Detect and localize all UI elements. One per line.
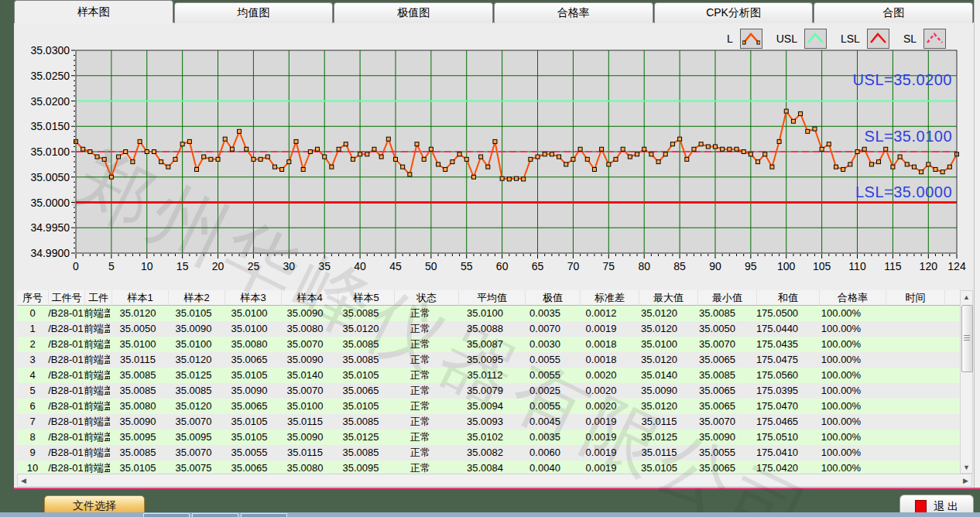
cell [932, 383, 960, 399]
exit-icon [915, 500, 927, 514]
cell: 35.0080 [277, 461, 333, 473]
tab-range-chart[interactable]: 极值图 [334, 2, 493, 23]
cell: 0.0040 [518, 461, 572, 473]
table-row[interactable]: 8/B28-01前端盖35.009535.009535.010535.00903… [17, 430, 960, 445]
column-header: 合格率 [820, 290, 886, 306]
taskbar-button[interactable] [143, 513, 190, 517]
cell [932, 321, 960, 337]
column-header: 工件号 [49, 290, 85, 306]
scroll-up-icon[interactable]: ▲ [961, 291, 972, 303]
cell: 前端盖 [84, 321, 110, 337]
svg-text:80: 80 [638, 260, 650, 272]
cell: 175.0395 [746, 383, 808, 399]
cell: 175.0475 [746, 352, 808, 368]
cell: 35.0065 [221, 352, 277, 368]
scroll-right-icon[interactable]: ▶ [960, 474, 971, 486]
data-table: 序号工件号工件样本1样本2样本3样本4样本5状态平均值极值标准差最大值最小值和值… [17, 290, 960, 473]
svg-text:95: 95 [745, 260, 757, 272]
tab-pass-rate[interactable]: 合格率 [494, 2, 653, 23]
cell: 35.0070 [688, 414, 746, 430]
tab-mean-chart[interactable]: 均值图 [174, 2, 334, 23]
svg-text:60: 60 [496, 260, 509, 272]
cell: 100.00% [808, 368, 874, 383]
cell: 35.0070 [688, 337, 746, 352]
cell: 35.0087 [452, 337, 518, 352]
table-row[interactable]: 7/B28-01前端盖35.009035.007035.010535.01153… [17, 414, 960, 430]
cell: 35.0115 [277, 445, 333, 461]
scroll-down-icon[interactable]: ▼ [961, 461, 972, 473]
taskbar-button[interactable] [241, 513, 287, 517]
cell: 35.0065 [333, 383, 389, 399]
table-row[interactable]: 10/B28-01前端盖35.010535.007535.006535.0080… [17, 461, 960, 473]
table-row[interactable]: 5/B28-01前端盖35.008535.008535.009035.00703… [17, 383, 960, 399]
table-row[interactable]: 4/B28-01前端盖35.008535.012535.010535.01403… [17, 368, 960, 383]
cell: 35.0105 [333, 399, 389, 414]
cell: 0.0060 [518, 445, 572, 461]
cell [932, 337, 960, 352]
table-row[interactable]: 1/B28-01前端盖35.005035.009035.010035.00803… [17, 321, 960, 337]
scroll-left-icon[interactable]: ◀ [18, 474, 29, 486]
svg-text:124: 124 [947, 260, 966, 272]
cell: 前端盖 [84, 461, 110, 473]
svg-text:35.0200: 35.0200 [30, 95, 70, 108]
cell: /B28-01 [48, 430, 84, 445]
cell: 35.0084 [452, 461, 518, 473]
cell: 35.0090 [630, 383, 688, 399]
cell: 35.0115 [630, 414, 688, 430]
cell: 正常 [389, 352, 452, 368]
table-row[interactable]: 6/B28-01前端盖35.008035.012035.006535.01003… [17, 399, 960, 414]
cell: 35.0095 [110, 430, 166, 445]
column-header: 序号 [17, 290, 49, 306]
svg-text:45: 45 [389, 260, 402, 272]
cell: 35.0100 [452, 306, 518, 321]
column-header [945, 290, 960, 306]
cell: 0.0019 [572, 461, 630, 473]
column-header: 和值 [757, 290, 820, 306]
cell: 100.00% [808, 430, 874, 445]
cell: 175.0500 [746, 306, 808, 321]
column-header: 状态 [395, 290, 459, 306]
cell: 175.0470 [746, 399, 808, 414]
cell: 35.0070 [277, 383, 333, 399]
table-row[interactable]: 2/B28-01前端盖35.010035.010035.008035.00703… [17, 337, 960, 352]
cell: 35.0120 [166, 399, 221, 414]
column-header: 最大值 [639, 290, 698, 306]
cell: 35.0105 [333, 368, 389, 383]
cell: 10 [17, 461, 48, 473]
svg-text:50: 50 [425, 260, 437, 272]
cell: 正常 [389, 445, 452, 461]
table-row[interactable]: 3/B28-01前端盖35.011535.012035.006535.00903… [17, 352, 960, 368]
table-horizontal-scrollbar[interactable]: ◀ ▶ [17, 474, 972, 487]
table-vertical-scrollbar[interactable]: ▲ ▼ [960, 290, 973, 474]
tab-cpk-analysis[interactable]: CPK分析图 [654, 2, 814, 23]
cell: /B28-01 [48, 399, 84, 414]
cell: 35.0090 [166, 321, 221, 337]
cell: 35.0065 [221, 461, 277, 473]
cell: 100.00% [808, 306, 874, 321]
svg-text:110: 110 [848, 260, 866, 272]
svg-text:100: 100 [777, 260, 796, 272]
table-row[interactable]: 0/B28-01前端盖35.012035.010535.010035.00903… [17, 306, 960, 321]
table-row[interactable]: 9/B28-01前端盖35.008535.007035.005535.01153… [17, 445, 960, 461]
cell: 100.00% [808, 445, 874, 461]
cell: 35.0120 [630, 306, 688, 321]
tab-sample-chart[interactable]: 样本图 [14, 0, 173, 23]
legend-lsl-icon [869, 32, 887, 46]
svg-text:90: 90 [709, 260, 721, 272]
cell: 正常 [389, 399, 452, 414]
tab-combined-chart[interactable]: 合图 [814, 2, 973, 23]
cell: 6 [17, 399, 48, 414]
cell: 35.0085 [688, 368, 746, 383]
svg-text:34.9900: 34.9900 [30, 247, 70, 259]
cell: 35.0120 [630, 321, 688, 337]
cell: 0.0020 [572, 368, 630, 383]
column-header: 样本2 [169, 290, 225, 306]
column-header: 样本1 [112, 290, 169, 306]
taskbar-button[interactable] [192, 513, 238, 517]
cell: 0.0030 [518, 337, 572, 352]
cell: 35.0105 [221, 430, 277, 445]
vertical-scroll-thumb[interactable] [961, 305, 973, 372]
cell [874, 352, 932, 368]
cell [874, 461, 932, 473]
cell: 35.0100 [166, 337, 221, 352]
